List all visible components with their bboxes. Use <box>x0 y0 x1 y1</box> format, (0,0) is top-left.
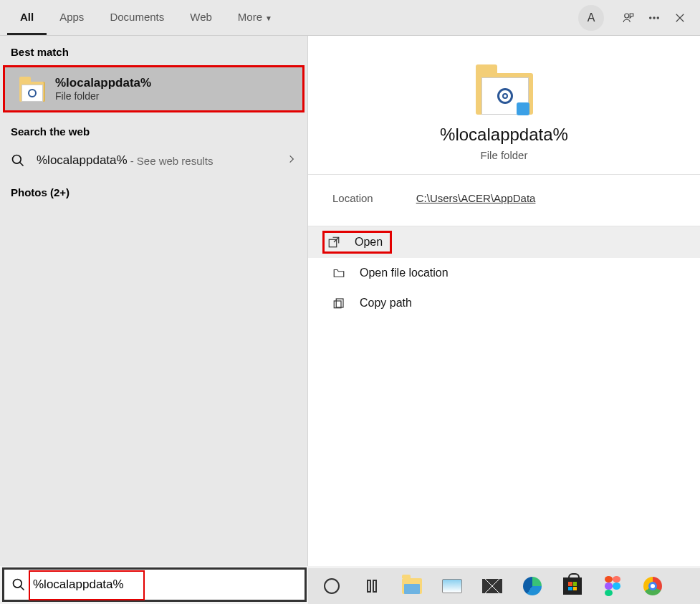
folder-open-icon <box>332 267 345 279</box>
svg-rect-7 <box>334 301 341 308</box>
svg-point-2 <box>653 16 655 18</box>
web-result-tail: - See web results <box>130 155 214 167</box>
preview-title: %localappdata% <box>322 125 686 145</box>
web-result[interactable]: %localappdata% - See web results <box>0 145 307 176</box>
search-bar[interactable] <box>2 567 307 602</box>
best-match-subtitle: File folder <box>55 90 151 102</box>
chevron-right-icon <box>287 154 297 167</box>
action-open-file-location[interactable]: Open file location <box>308 258 700 288</box>
svg-point-4 <box>13 155 21 164</box>
taskbar <box>308 568 700 604</box>
best-match-label: Best match <box>0 36 307 65</box>
cortana-icon[interactable] <box>320 574 344 598</box>
more-options-icon[interactable] <box>641 5 667 31</box>
svg-point-8 <box>14 580 22 588</box>
tab-more-label: More <box>238 11 262 23</box>
web-result-query: %localappdata% <box>37 153 128 168</box>
mail-icon[interactable] <box>480 574 504 598</box>
preview-subtitle: File folder <box>322 149 686 161</box>
tab-web[interactable]: Web <box>177 1 225 35</box>
task-view-icon[interactable] <box>360 574 384 598</box>
close-icon[interactable] <box>667 5 693 31</box>
action-open-location-label: Open file location <box>360 267 449 279</box>
folder-icon <box>19 76 45 102</box>
best-match-title: %localappdata% <box>55 76 151 90</box>
search-web-label: Search the web <box>0 115 307 145</box>
photos-label[interactable]: Photos (2+) <box>0 176 307 206</box>
tab-documents[interactable]: Documents <box>97 1 177 35</box>
folder-icon <box>476 64 533 115</box>
microsoft-store-icon[interactable] <box>560 574 585 598</box>
chevron-down-icon: ▼ <box>265 14 272 22</box>
edge-icon[interactable] <box>520 574 545 598</box>
search-icon <box>11 577 26 592</box>
svg-point-0 <box>625 14 629 18</box>
svg-point-1 <box>650 16 651 18</box>
search-header: All Apps Documents Web More▼ A <box>0 0 700 36</box>
filter-tabs: All Apps Documents Web More▼ <box>7 1 285 35</box>
user-avatar[interactable]: A <box>578 5 604 31</box>
chrome-icon[interactable] <box>641 574 665 598</box>
svg-point-3 <box>657 16 658 18</box>
file-explorer-icon[interactable] <box>400 574 424 598</box>
action-open[interactable]: Open <box>308 226 700 258</box>
copy-icon <box>332 297 345 310</box>
location-label: Location <box>332 192 373 204</box>
location-value[interactable]: C:\Users\ACER\AppData <box>416 192 536 204</box>
preview-pane: %localappdata% File folder Location C:\U… <box>308 36 700 566</box>
search-icon <box>11 153 25 168</box>
tab-more[interactable]: More▼ <box>225 1 285 35</box>
action-list: Open Open file location Copy path <box>308 226 700 318</box>
feedback-icon[interactable] <box>615 5 641 31</box>
figma-icon[interactable] <box>600 574 625 598</box>
results-pane: Best match %localappdata% File folder Se… <box>0 36 308 566</box>
search-input[interactable] <box>33 577 297 592</box>
action-copy-path[interactable]: Copy path <box>308 288 700 318</box>
svg-rect-6 <box>336 299 343 307</box>
action-copy-path-label: Copy path <box>360 297 412 310</box>
tab-apps[interactable]: Apps <box>47 1 97 35</box>
open-icon <box>327 236 340 249</box>
tab-all[interactable]: All <box>7 1 47 35</box>
best-match-result[interactable]: %localappdata% File folder <box>3 65 305 112</box>
on-screen-keyboard-icon[interactable] <box>440 574 464 598</box>
action-open-label: Open <box>355 236 383 249</box>
